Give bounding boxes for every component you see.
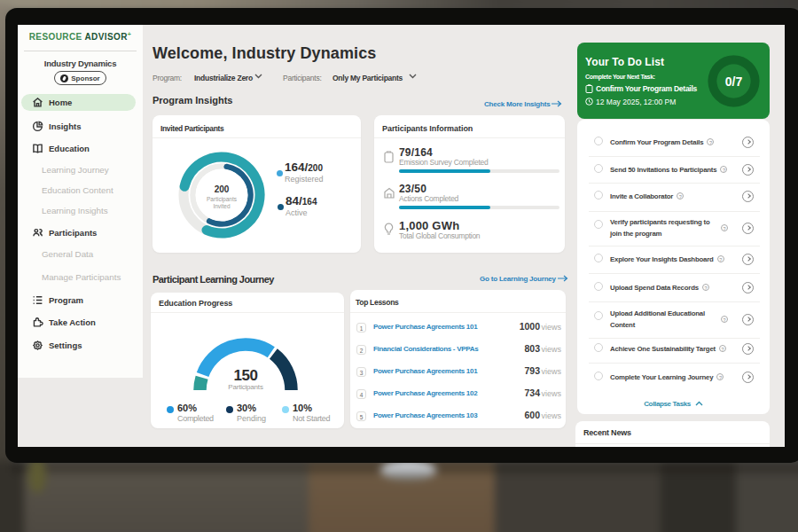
svg-text:0/7: 0/7 (725, 74, 743, 89)
